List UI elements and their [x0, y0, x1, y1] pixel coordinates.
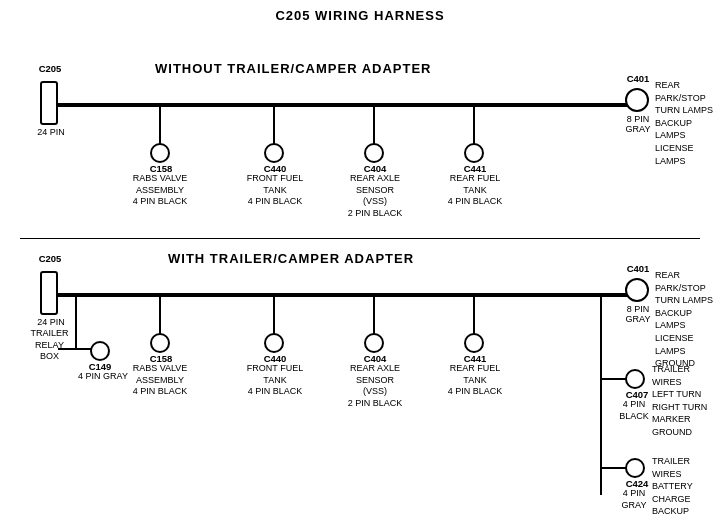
bottom-c158-circle: [150, 333, 170, 353]
bottom-right-label-c401: REAR PARK/STOPTURN LAMPSBACKUP LAMPSLICE…: [655, 269, 720, 370]
section-divider: [20, 238, 700, 239]
bottom-c440-desc: FRONT FUELTANK4 PIN BLACK: [245, 363, 305, 398]
bottom-right-connector-id: C401: [618, 263, 658, 275]
top-c404-vline: [373, 105, 375, 145]
bottom-c158-desc: RABS VALVEASSEMBLY4 PIN BLACK: [130, 363, 190, 398]
bottom-left-connector-pins: 24 PIN: [30, 317, 72, 329]
top-c441-circle: [464, 143, 484, 163]
bottom-left-connector-rect: [40, 271, 58, 315]
top-c404-circle: [364, 143, 384, 163]
bottom-c440-circle: [264, 333, 284, 353]
diagram-container: WITHOUT TRAILER/CAMPER ADAPTER C205 24 P…: [0, 23, 720, 517]
top-c440-circle: [264, 143, 284, 163]
bottom-c158-vline: [159, 295, 161, 335]
bottom-right-connector-circle: [625, 278, 649, 302]
top-c404-desc: REAR AXLESENSOR(VSS)2 PIN BLACK: [345, 173, 405, 220]
bottom-c441-desc: REAR FUELTANK4 PIN BLACK: [445, 363, 505, 398]
top-right-connector-id: C401: [618, 73, 658, 85]
top-c158-vline: [159, 105, 161, 145]
top-left-connector-id: C205: [30, 63, 70, 75]
top-left-connector-rect: [40, 81, 58, 125]
top-c440-vline: [273, 105, 275, 145]
section2-label: WITH TRAILER/CAMPER ADAPTER: [168, 251, 414, 266]
bottom-c149-circle: [90, 341, 110, 361]
top-c440-desc: FRONT FUELTANK4 PIN BLACK: [245, 173, 305, 208]
top-right-connector-circle: [625, 88, 649, 112]
bottom-left-connector-id: C205: [30, 253, 70, 265]
bottom-c441-circle: [464, 333, 484, 353]
trailer-relay-label: TRAILERRELAYBOX: [22, 328, 77, 363]
top-c158-circle: [150, 143, 170, 163]
bottom-c424-label: TRAILER WIRESBATTERY CHARGEBACKUPBRAKES: [652, 455, 720, 517]
bottom-c440-vline: [273, 295, 275, 335]
trailer-relay-hline: [58, 295, 60, 297]
bottom-c407-label: TRAILER WIRESLEFT TURNRIGHT TURNMARKERGR…: [652, 363, 720, 439]
top-c441-vline: [473, 105, 475, 145]
bottom-main-line: [55, 293, 635, 297]
bottom-c404-vline: [373, 295, 375, 335]
bottom-c407-circle: [625, 369, 645, 389]
bottom-c424-desc: 4 PINGRAY: [614, 488, 654, 511]
top-right-connector-color: GRAY: [618, 124, 658, 136]
bottom-c149-desc: 4 PIN GRAY: [78, 371, 128, 383]
bottom-c404-desc: REAR AXLESENSOR(VSS)2 PIN BLACK: [345, 363, 405, 410]
page-title: C205 WIRING HARNESS: [0, 0, 720, 23]
top-main-line: [55, 103, 635, 107]
top-c441-desc: REAR FUELTANK4 PIN BLACK: [445, 173, 505, 208]
bottom-c404-circle: [364, 333, 384, 353]
bottom-right-connector-color: GRAY: [618, 314, 658, 326]
bottom-c407-desc: 4 PINBLACK: [614, 399, 654, 422]
section1-label: WITHOUT TRAILER/CAMPER ADAPTER: [155, 61, 432, 76]
top-right-label: REAR PARK/STOPTURN LAMPSBACKUP LAMPSLICE…: [655, 79, 720, 167]
bottom-c424-circle: [625, 458, 645, 478]
top-c158-desc: RABS VALVEASSEMBLY4 PIN BLACK: [130, 173, 190, 208]
bottom-right-vline: [600, 295, 602, 495]
top-left-connector-pins: 24 PIN: [30, 127, 72, 139]
bottom-c441-vline: [473, 295, 475, 335]
